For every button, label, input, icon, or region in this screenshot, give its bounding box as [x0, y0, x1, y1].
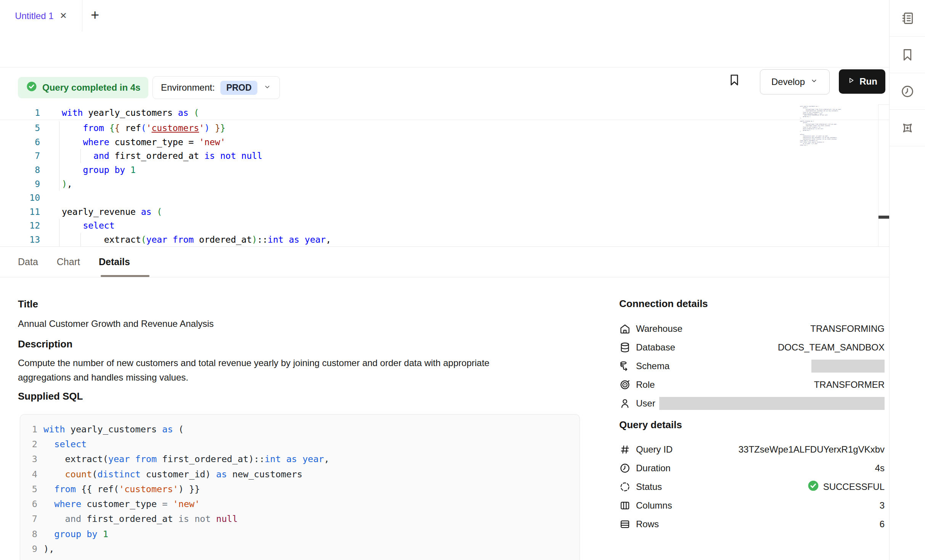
- detail-value: SUCCESSFUL: [807, 480, 885, 494]
- detail-label: Warehouse: [636, 323, 683, 334]
- run-button[interactable]: Run: [839, 69, 885, 94]
- line-number: 2: [20, 439, 37, 450]
- sidebar-button-compass[interactable]: [890, 110, 925, 146]
- code-line-9: 9),: [20, 541, 580, 556]
- tab-untitled-1[interactable]: Untitled 1 ✕: [0, 0, 82, 32]
- title-value: Annual Customer Growth and Revenue Analy…: [18, 317, 214, 331]
- code-text: select: [62, 221, 114, 230]
- description-line: aggregations and handles missing values.: [18, 370, 548, 385]
- play-icon: [847, 76, 855, 87]
- line-number: 3: [20, 454, 37, 464]
- editor-sticky-line[interactable]: 1with yearly_customers as (: [0, 106, 889, 120]
- detail-row-status: StatusSUCCESSFUL: [619, 477, 885, 496]
- environment-value-badge: PROD: [220, 81, 257, 95]
- code-text: ),: [62, 179, 72, 189]
- minimap-code: with yearly_customers as ( select extrac…: [800, 106, 846, 146]
- new-tab-button[interactable]: +: [91, 7, 99, 23]
- code-text: with yearly_customers as (: [62, 108, 199, 118]
- editor-minimap[interactable]: with yearly_customers as ( select extrac…: [800, 106, 846, 147]
- line-number: 8: [20, 529, 37, 539]
- query-details-heading: Query details: [619, 419, 682, 431]
- close-icon[interactable]: ✕: [60, 11, 67, 20]
- detail-row-schema: Schema: [619, 357, 885, 375]
- line-number: 11: [0, 207, 40, 217]
- line-number: 6: [0, 137, 40, 147]
- detail-value: 33TZseWpe1ALFDUYerxR1gVKxbv: [739, 444, 885, 455]
- indent-guide: [59, 121, 59, 191]
- line-number: 13: [0, 235, 40, 245]
- bookmark-icon: [900, 48, 915, 62]
- environment-selector[interactable]: Environment: PROD: [153, 76, 280, 99]
- code-line-5[interactable]: 5 from {{ ref('customers') }}: [0, 121, 877, 135]
- code-line-13[interactable]: 13 extract(year from ordered_at)::int as…: [0, 233, 877, 247]
- detail-label: Columns: [636, 500, 672, 511]
- line-number: 9: [20, 544, 37, 554]
- code-line-6[interactable]: 6 where customer_type = 'new': [0, 135, 877, 149]
- sidebar-button-bookmark[interactable]: [890, 37, 925, 73]
- code-line-3: 3 extract(year from first_ordered_at)::i…: [20, 452, 580, 467]
- bookmark-button[interactable]: [727, 73, 741, 88]
- detail-label: Schema: [636, 361, 670, 371]
- tab-details[interactable]: Details: [99, 256, 130, 267]
- scrollbar-thumb[interactable]: [878, 216, 889, 219]
- sql-editor[interactable]: 5 from {{ ref('customers') }}6 where cus…: [0, 121, 877, 246]
- code-line-10[interactable]: 10: [0, 191, 877, 205]
- detail-row-query-id: Query ID33TZseWpe1ALFDUYerxR1gVKxbv: [619, 440, 885, 459]
- line-number: 1: [20, 424, 37, 435]
- sticky-separator: [0, 120, 889, 120]
- editor-bottom-border: [0, 246, 889, 247]
- code-text: from {{ ref('customers') }}: [43, 484, 200, 494]
- detail-row-rows: Rows6: [619, 515, 885, 533]
- code-line-7[interactable]: 7 and first_ordered_at is not null: [0, 149, 877, 163]
- description-heading: Description: [18, 338, 72, 350]
- database-icon: [619, 342, 631, 353]
- code-text: yearly_revenue as (: [62, 207, 162, 217]
- tabs-border: [0, 277, 889, 277]
- code-line-4: 4 count(distinct customer_id) as new_cus…: [20, 467, 580, 482]
- tab-chart[interactable]: Chart: [57, 256, 80, 267]
- detail-label: Query ID: [636, 444, 673, 455]
- bookmark-icon: [727, 73, 741, 87]
- indent-guide: [80, 149, 81, 163]
- play-icon: [847, 76, 855, 85]
- code-line-8[interactable]: 8 group by 1: [0, 163, 877, 177]
- code-text: group by 1: [62, 165, 136, 175]
- spinner-icon: [619, 481, 631, 493]
- supplied-sql-heading: Supplied SQL: [18, 390, 83, 402]
- tab-data[interactable]: Data: [18, 256, 38, 267]
- code-line-1[interactable]: 1with yearly_customers as (: [0, 106, 889, 120]
- code-line-9[interactable]: 9),: [0, 177, 877, 191]
- query-status-badge: Query completed in 4s: [18, 77, 148, 98]
- sidebar-button-history[interactable]: [890, 73, 925, 110]
- detail-row-role: RoleTRANSFORMER: [619, 375, 885, 394]
- code-text: where customer_type = 'new': [43, 499, 200, 509]
- indent-guide: [59, 219, 59, 246]
- detail-row-duration: Duration4s: [619, 459, 885, 477]
- check-circle-icon: [26, 81, 37, 92]
- detail-label: User: [636, 398, 655, 409]
- query-status-text: Query completed in 4s: [42, 82, 140, 93]
- code-line-8: 8 group by 1: [20, 526, 580, 541]
- detail-label: Status: [636, 482, 662, 492]
- run-label: Run: [859, 76, 877, 87]
- code-line-12[interactable]: 12 select: [0, 219, 877, 233]
- line-number: 4: [20, 469, 37, 480]
- results-tab-bar: DataChartDetails: [18, 247, 130, 277]
- redacted-value: [811, 360, 885, 373]
- code-text: ),: [43, 544, 54, 554]
- detail-label: Database: [636, 342, 675, 353]
- develop-dropdown[interactable]: Develop: [760, 69, 830, 94]
- description-line: Compute the number of new customers and …: [18, 356, 548, 370]
- title-heading: Title: [18, 298, 38, 310]
- sidebar-button-notebook[interactable]: [890, 0, 925, 37]
- editor-scrollbar[interactable]: [878, 104, 889, 247]
- columns-icon: [619, 500, 631, 511]
- code-text: with yearly_customers as (: [43, 424, 184, 435]
- code-text: select: [43, 439, 87, 450]
- detail-row-warehouse: WarehouseTRANSFORMING: [619, 319, 885, 338]
- detail-label: Rows: [636, 519, 659, 530]
- code-line-11[interactable]: 11yearly_revenue as (: [0, 205, 877, 219]
- environment-label: Environment:: [161, 82, 215, 93]
- toolbar: Develop Run: [0, 32, 889, 67]
- history-icon: [900, 84, 915, 99]
